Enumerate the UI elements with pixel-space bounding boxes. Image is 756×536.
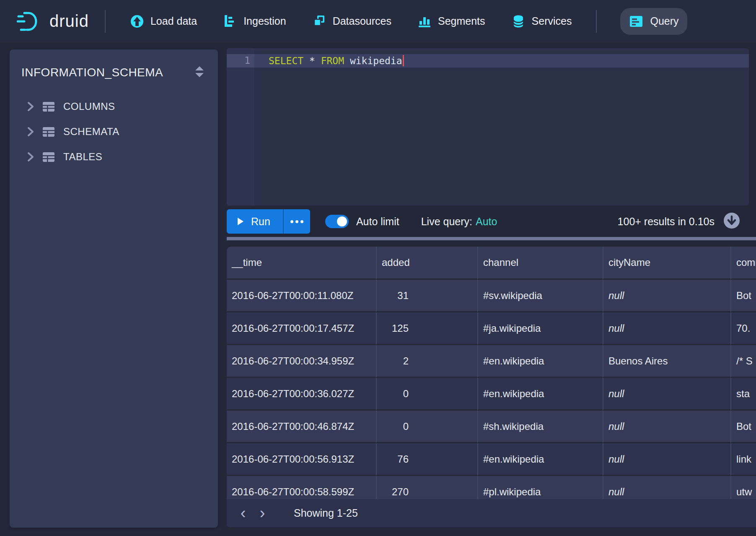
nav-item-segments[interactable]: Segments [409,8,494,35]
table-row: 2016-06-27T00:00:36.027Z 0 #en.wikipedia… [227,378,756,411]
sql-editor[interactable]: 1 SELECT * FROM wikipedia [227,48,749,206]
navbar-divider [596,10,597,33]
tree-item-schemata[interactable]: SCHEMATA [21,119,206,144]
col-header-time[interactable]: __time [227,247,376,280]
live-query[interactable]: Live query:Auto [421,216,497,228]
auto-limit-label: Auto limit [356,216,399,228]
sql-keyword: SELECT [269,55,303,66]
next-page-icon[interactable]: › [253,504,272,523]
load-data-icon [130,14,144,29]
showing-label: Showing 1-25 [294,507,358,519]
sql-table-ref: wikipedia [350,55,402,66]
prev-page-icon[interactable]: ‹ [233,504,253,523]
ingestion-icon [223,14,237,29]
sql-code-line: SELECT * FROM wikipedia [269,55,404,66]
run-button[interactable]: Run [227,209,283,234]
table-row: 2016-06-27T00:00:46.874Z 0 #sh.wikipedia… [227,411,756,443]
query-icon [629,15,644,28]
download-icon[interactable] [723,212,740,231]
schema-title: INFORMATION_SCHEMA [21,66,163,79]
auto-limit-toggle-wrap: Auto limit [325,215,399,228]
nav-item-services[interactable]: Services [503,8,580,35]
live-query-value: Auto [476,216,497,227]
tree-item-columns[interactable]: COLUMNS [21,94,206,119]
segments-icon [417,14,432,29]
tree-item-tables[interactable]: TABLES [21,144,206,169]
table-header-row: __time added channel cityName comment [227,247,756,280]
table-row: 2016-06-27T00:00:34.959Z 2 #en.wikipedia… [227,345,756,378]
schema-sidebar: INFORMATION_SCHEMA COLUMNS [10,49,218,528]
table-row: 2016-06-27T00:00:11.080Z 31 #sv.wikipedi… [227,280,756,312]
run-more-button[interactable] [283,209,310,234]
table-row: 2016-06-27T00:00:56.913Z 76 #en.wikipedi… [227,443,756,476]
table-row: 2016-06-27T00:00:17.457Z 125 #ja.wikiped… [227,312,756,345]
nav-item-datasources[interactable]: Datasources [304,8,400,35]
druid-logo-icon [17,10,43,32]
chevron-right-icon [21,151,40,162]
navbar-divider [105,10,106,33]
chevron-right-icon [21,126,40,137]
col-header-cityname[interactable]: cityName [603,247,730,280]
nav-item-ingestion[interactable]: Ingestion [215,8,294,35]
col-header-channel[interactable]: channel [477,247,603,280]
results-table: __time added channel cityName comment 20… [227,247,756,509]
druid-brand[interactable]: druid [17,10,89,32]
run-bar: Run Auto limit Live query:Auto 100+ resu… [227,208,749,234]
nav-item-load-data[interactable]: Load data [122,8,205,35]
table-icon [40,127,63,137]
panel-resize-handle[interactable] [227,237,756,240]
more-icon [290,220,293,223]
datasources-icon [312,14,326,29]
text-cursor [403,55,404,66]
results-info: 100+ results in 0.10s [618,216,715,228]
table-icon [40,101,63,112]
pagination-bar: ‹ › Showing 1-25 [227,499,756,527]
play-icon [237,217,244,226]
top-navbar: druid Load data Ingestion [0,0,756,42]
sort-icon[interactable] [193,64,206,81]
results-panel: __time added channel cityName comment 20… [227,247,756,527]
table-icon [40,152,63,162]
brand-name: druid [49,12,89,31]
col-header-added[interactable]: added [376,247,477,280]
sql-keyword: FROM [321,55,344,66]
auto-limit-toggle[interactable] [325,215,349,228]
editor-gutter [227,48,254,206]
line-number: 1 [227,55,250,66]
services-icon [511,14,526,29]
chevron-right-icon [21,101,40,112]
nav-item-query[interactable]: Query [620,8,687,35]
col-header-comment[interactable]: comment [730,247,756,280]
schema-tree: COLUMNS SCHEMATA [21,94,206,169]
